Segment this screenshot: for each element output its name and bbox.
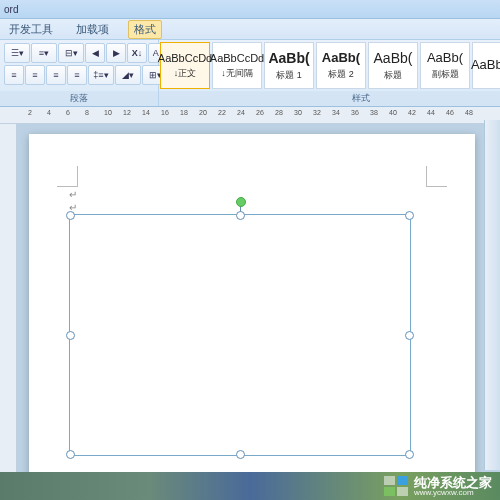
ruler-tick: 8: [85, 109, 89, 116]
vertical-ruler[interactable]: [0, 124, 17, 500]
ruler-tick: 20: [199, 109, 207, 116]
align-right-icon[interactable]: ≡: [46, 65, 66, 85]
ruler-tick: 4: [47, 109, 51, 116]
style-heading1[interactable]: AaBb( 标题 1: [264, 42, 314, 89]
align-center-icon[interactable]: ≡: [25, 65, 45, 85]
indent-increase-icon[interactable]: ▶: [106, 43, 126, 63]
vertical-scrollbar[interactable]: [484, 120, 500, 470]
align-justify-icon[interactable]: ≡: [67, 65, 87, 85]
page[interactable]: ↵ ↵: [29, 134, 475, 500]
ruler-tick: 2: [28, 109, 32, 116]
resize-handle-bl[interactable]: [66, 450, 75, 459]
paragraph-mark-icon: ↵: [69, 189, 77, 200]
style-more[interactable]: AaBb(: [472, 42, 500, 89]
watermark-url: www.ycwxw.com: [414, 489, 492, 497]
styles-group-label: 样式: [159, 91, 500, 106]
shading-icon[interactable]: ◢▾: [115, 65, 141, 85]
tab-addins[interactable]: 加载项: [72, 20, 113, 39]
ruler-tick: 34: [332, 109, 340, 116]
style-nospacing[interactable]: AaBbCcDd ↓无间隔: [212, 42, 262, 89]
selected-textbox[interactable]: [69, 214, 411, 456]
ruler-tick: 42: [408, 109, 416, 116]
ruler-tick: 46: [446, 109, 454, 116]
tab-format[interactable]: 格式: [128, 20, 162, 39]
ribbon: ☰▾ ≡▾ ⊟▾ ◀ ▶ X↓ A↓ ¶ ≡ ≡ ≡ ≡ ‡≡▾ ◢▾ ⊞▾ 段…: [0, 40, 500, 107]
ruler-tick: 28: [275, 109, 283, 116]
resize-handle-mr[interactable]: [405, 331, 414, 340]
ruler-tick: 10: [104, 109, 112, 116]
resize-handle-br[interactable]: [405, 450, 414, 459]
ruler-tick: 24: [237, 109, 245, 116]
ruler-tick: 26: [256, 109, 264, 116]
multilevel-icon[interactable]: ⊟▾: [58, 43, 84, 63]
watermark-logo-icon: [384, 476, 408, 496]
line-spacing-icon[interactable]: ‡≡▾: [88, 65, 114, 85]
ruler-tick: 40: [389, 109, 397, 116]
ruler-tick: 12: [123, 109, 131, 116]
align-left-icon[interactable]: ≡: [4, 65, 24, 85]
watermark-text: 纯净系统之家: [414, 476, 492, 489]
menu-bar: 开发工具 加载项 格式: [0, 19, 500, 40]
ruler-tick: 22: [218, 109, 226, 116]
numbering-icon[interactable]: ≡▾: [31, 43, 57, 63]
text-direction-icon[interactable]: X↓: [127, 43, 147, 63]
margin-corner-tl: [57, 166, 78, 187]
ruler-tick: 18: [180, 109, 188, 116]
indent-decrease-icon[interactable]: ◀: [85, 43, 105, 63]
style-gallery[interactable]: AaBbCcDd ↓正文 AaBbCcDd ↓无间隔 AaBb( 标题 1 Aa…: [159, 40, 500, 91]
ruler-tick: 44: [427, 109, 435, 116]
ruler-tick: 6: [66, 109, 70, 116]
paragraph-group-label: 段落: [0, 91, 158, 106]
resize-handle-bm[interactable]: [236, 450, 245, 459]
style-heading2[interactable]: AaBb( 标题 2: [316, 42, 366, 89]
ruler-tick: 48: [465, 109, 473, 116]
resize-handle-ml[interactable]: [66, 331, 75, 340]
ruler-tick: 16: [161, 109, 169, 116]
ruler-tick: 32: [313, 109, 321, 116]
document-area[interactable]: ↵ ↵: [17, 124, 500, 500]
resize-handle-tr[interactable]: [405, 211, 414, 220]
tab-developer[interactable]: 开发工具: [5, 20, 57, 39]
watermark-bar: 纯净系统之家 www.ycwxw.com: [0, 472, 500, 500]
app-title-fragment: ord: [4, 4, 18, 15]
rotation-handle[interactable]: [236, 197, 246, 207]
bullets-icon[interactable]: ☰▾: [4, 43, 30, 63]
ruler-tick: 30: [294, 109, 302, 116]
style-subtitle[interactable]: AaBb( 副标题: [420, 42, 470, 89]
style-title[interactable]: AaBb( 标题: [368, 42, 418, 89]
ruler-tick: 36: [351, 109, 359, 116]
style-normal[interactable]: AaBbCcDd ↓正文: [160, 42, 210, 89]
ruler-tick: 14: [142, 109, 150, 116]
margin-corner-tr: [426, 166, 447, 187]
workspace: ↵ ↵: [0, 124, 500, 500]
ruler-tick: 38: [370, 109, 378, 116]
title-bar: ord: [0, 0, 500, 19]
paragraph-group: ☰▾ ≡▾ ⊟▾ ◀ ▶ X↓ A↓ ¶ ≡ ≡ ≡ ≡ ‡≡▾ ◢▾ ⊞▾ 段…: [0, 40, 159, 106]
resize-handle-tl[interactable]: [66, 211, 75, 220]
horizontal-ruler[interactable]: 2468101214161820222426283032343638404244…: [0, 107, 500, 124]
styles-group: AaBbCcDd ↓正文 AaBbCcDd ↓无间隔 AaBb( 标题 1 Aa…: [159, 40, 500, 106]
resize-handle-tm[interactable]: [236, 211, 245, 220]
